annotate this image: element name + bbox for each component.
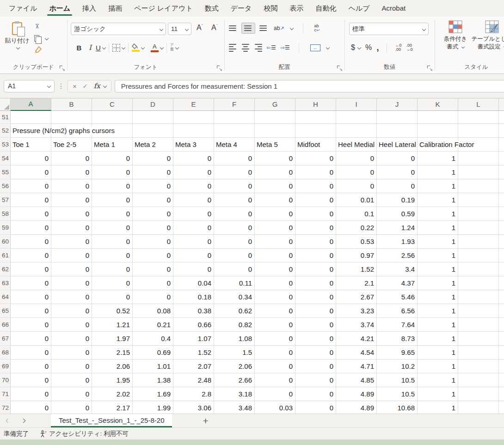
cell-H60[interactable]: 0 [295,235,336,249]
cell-G67[interactable]: 0 [255,332,295,346]
wrap-text-button[interactable]: abc↩ [314,24,320,33]
tab-home[interactable]: ホーム [43,0,76,17]
cell-H56[interactable]: 0 [295,179,336,193]
cell-K59[interactable]: 1 [418,221,458,235]
cell-E60[interactable]: 0 [173,235,214,249]
tab-data[interactable]: データ [225,0,258,17]
cell-F70[interactable]: 2.66 [214,373,255,387]
cell-B67[interactable]: 0 [51,332,92,346]
cell-C70[interactable]: 1.95 [92,373,133,387]
cell-J59[interactable]: 1.24 [377,221,418,235]
tab-formulas[interactable]: 数式 [199,0,225,17]
cell-F58[interactable]: 0 [214,207,255,221]
cell-D70[interactable]: 1.38 [133,373,173,387]
cell-K51[interactable] [418,111,458,124]
cell-F56[interactable]: 0 [214,179,255,193]
currency-dropdown-icon[interactable] [357,46,361,49]
merge-dropdown-icon[interactable] [326,46,329,49]
enter-icon[interactable]: ✓ [83,83,88,90]
cell-G62[interactable]: 0 [255,262,295,276]
paste-button[interactable]: 貼り付け [4,20,31,61]
cell-A51[interactable] [11,111,51,124]
select-all-corner[interactable] [0,98,11,111]
cell-C66[interactable]: 1.21 [92,318,133,332]
cell-K58[interactable]: 1 [418,207,458,221]
cell-K65[interactable]: 1 [418,304,458,318]
align-left-icon[interactable] [229,44,237,52]
cell-L69[interactable] [458,360,499,373]
cell-H68[interactable]: 0 [295,346,336,360]
cell-I53[interactable]: Heel Medial [336,138,377,152]
cell-A65[interactable]: 0 [11,304,51,318]
cell-A62[interactable]: 0 [11,262,51,276]
cell-L58[interactable] [458,207,499,221]
cell-L59[interactable] [458,221,499,235]
decrease-font-size-button[interactable]: Aˇ [211,24,218,32]
cell-B58[interactable]: 0 [51,207,92,221]
cell-G60[interactable]: 0 [255,235,295,249]
cell-L63[interactable] [458,276,499,290]
cell-L52[interactable] [458,124,499,138]
cell-G56[interactable]: 0 [255,179,295,193]
cell-F69[interactable]: 2.06 [214,360,255,373]
cell-D56[interactable]: 0 [133,179,173,193]
cell-H58[interactable]: 0 [295,207,336,221]
column-header-D[interactable]: D [133,98,173,111]
cell-I57[interactable]: 0.01 [336,193,377,207]
cell-H65[interactable]: 0 [295,304,336,318]
cell-B61[interactable]: 0 [51,249,92,262]
cell-K52[interactable] [418,124,458,138]
cell-A55[interactable]: 0 [11,165,51,179]
cell-G51[interactable] [255,111,295,124]
cell-J54[interactable]: 0 [377,152,418,165]
increase-decimal-button[interactable]: ←0.00 [395,43,401,52]
cell-C67[interactable]: 1.97 [92,332,133,346]
cell-K68[interactable]: 1 [418,346,458,360]
cell-F53[interactable]: Meta 4 [214,138,255,152]
column-header-C[interactable]: C [92,98,133,111]
cell-J70[interactable]: 10.5 [377,373,418,387]
column-header-A[interactable]: A [11,98,51,111]
cell-L51[interactable] [458,111,499,124]
cut-icon[interactable]: ✂ [33,24,41,30]
cell-C58[interactable]: 0 [92,207,133,221]
cell-F57[interactable]: 0 [214,193,255,207]
cell-E52[interactable] [173,124,214,138]
cell-D57[interactable]: 0 [133,193,173,207]
cell-G59[interactable]: 0 [255,221,295,235]
cell-A59[interactable]: 0 [11,221,51,235]
cell-F65[interactable]: 0.62 [214,304,255,318]
cell-A58[interactable]: 0 [11,207,51,221]
cell-J51[interactable] [377,111,418,124]
column-header-F[interactable]: F [214,98,255,111]
next-sheet-icon[interactable] [21,419,26,423]
cell-D54[interactable]: 0 [133,152,173,165]
cell-E54[interactable]: 0 [173,152,214,165]
cell-K70[interactable]: 1 [418,373,458,387]
cell-L67[interactable] [458,332,499,346]
cell-H54[interactable]: 0 [295,152,336,165]
cell-E59[interactable]: 0 [173,221,214,235]
cell-H53[interactable]: Midfoot [295,138,336,152]
cell-C51[interactable] [92,111,133,124]
phonetic-dropdown-icon[interactable] [175,46,179,49]
cell-A53[interactable]: Toe 1 [11,138,51,152]
cell-C63[interactable]: 0 [92,276,133,290]
cell-D68[interactable]: 0.69 [133,346,173,360]
row-header-57[interactable]: 57 [0,193,11,207]
cell-I65[interactable]: 3.23 [336,304,377,318]
cell-E67[interactable]: 1.07 [173,332,214,346]
cell-I60[interactable]: 0.53 [336,235,377,249]
cell-F62[interactable]: 0 [214,262,255,276]
cell-D66[interactable]: 0.21 [133,318,173,332]
align-right-icon[interactable] [254,44,262,52]
cell-L65[interactable] [458,304,499,318]
row-header-63[interactable]: 63 [0,276,11,290]
cell-E61[interactable]: 0 [173,249,214,262]
cell-L70[interactable] [458,373,499,387]
cell-L71[interactable] [458,387,499,401]
cell-A63[interactable]: 0 [11,276,51,290]
fx-dropdown-icon[interactable] [103,84,106,88]
row-header-61[interactable]: 61 [0,249,11,262]
middle-align-button[interactable] [241,23,255,34]
